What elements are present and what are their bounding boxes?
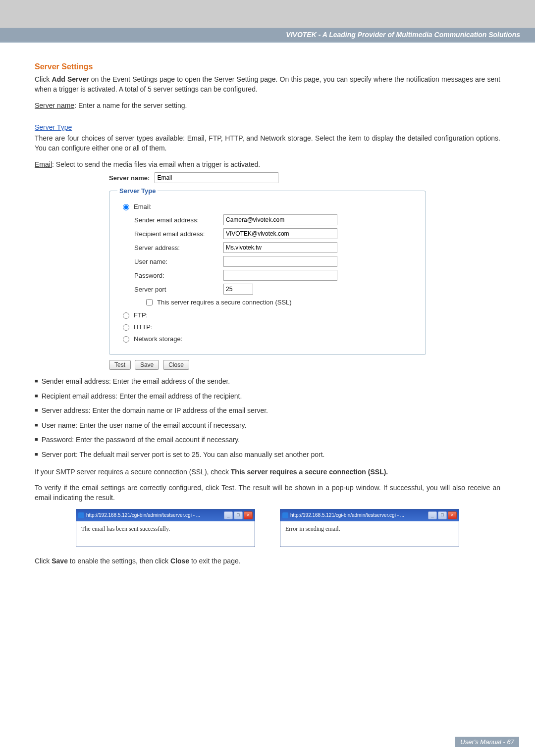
header-bar: VIVOTEK - A Leading Provider of Multimed… [0, 28, 535, 43]
server-type-legend: Server Type [117, 187, 158, 195]
recipient-input[interactable] [223, 228, 337, 239]
bullet-server-addr: Server address: Enter the domain name or… [35, 406, 500, 416]
server-name-label: Server name [35, 101, 74, 109]
server-name-input[interactable] [155, 172, 278, 183]
bullet-sender: Sender email address: Enter the email ad… [35, 377, 500, 387]
ie-icon [78, 512, 84, 518]
http-radio-row: HTTP: [120, 323, 418, 331]
popup-title-text: http://192.168.5.121/cgi-bin/admin/tests… [86, 512, 222, 518]
port-label: Server port [134, 286, 223, 293]
username-input[interactable] [223, 256, 337, 267]
ssl-note: If your SMTP server requires a secure co… [35, 467, 500, 477]
ssl-label: This server requires a secure connection… [157, 299, 292, 306]
save-note-save: Save [52, 557, 68, 565]
http-radio-label: HTTP: [134, 323, 153, 331]
ftp-radio-row: FTP: [120, 311, 418, 319]
popup-figures: http://192.168.5.121/cgi-bin/admin/tests… [35, 509, 500, 547]
save-note: Click Save to enable the settings, then … [35, 556, 500, 566]
sender-input[interactable] [223, 214, 337, 225]
email-line: Email: Select to send the media files vi… [35, 159, 500, 169]
server-addr-input[interactable] [223, 242, 337, 253]
email-radio-row: Email: [120, 202, 418, 210]
intro-paragraph: Click Add Server on the Event Settings p… [35, 74, 500, 95]
close-button[interactable]: Close [163, 360, 189, 370]
test-button[interactable]: Test [109, 360, 131, 370]
ns-radio-label: Network storage: [134, 335, 182, 343]
ssl-note-bold: This server requires a secure connection… [231, 468, 388, 476]
email-heading: Email [35, 160, 52, 168]
save-note-close: Close [170, 557, 189, 565]
server-type-heading: Server Type [35, 123, 72, 131]
sender-label: Sender email address: [134, 216, 223, 224]
header-tagline: VIVOTEK - A Leading Provider of Multimed… [286, 31, 520, 39]
server-addr-label: Server address: [134, 244, 223, 252]
bullet-username: User name: Enter the user name of the em… [35, 421, 500, 431]
field-description-list: Sender email address: Enter the email ad… [35, 377, 500, 460]
ssl-note-prefix: If your SMTP server requires a secure co… [35, 468, 231, 476]
bullet-port: Server port: The defualt mail server por… [35, 450, 500, 460]
close-icon[interactable]: × [448, 511, 457, 519]
ssl-checkbox[interactable] [146, 299, 153, 305]
server-name-line: Server name: Enter a name for the server… [35, 101, 500, 110]
save-note-mid: to enable the settings, then click [68, 557, 170, 565]
popup-error-body: Error in sending email. [280, 521, 459, 547]
popup-success: http://192.168.5.121/cgi-bin/admin/tests… [76, 509, 255, 547]
top-margin [0, 0, 535, 28]
server-name-form-label: Server name: [109, 174, 150, 182]
ie-icon [282, 512, 288, 518]
popup-error: http://192.168.5.121/cgi-bin/admin/tests… [280, 509, 459, 547]
bullet-recipient: Recipient email address: Enter the email… [35, 392, 500, 402]
server-form-figure: Server name: Server Type Email: Sender e… [109, 172, 426, 370]
save-note-suffix: to exit the page. [189, 557, 241, 565]
save-button[interactable]: Save [135, 360, 159, 370]
server-type-intro: There are four choices of server types a… [35, 133, 500, 153]
maximize-icon[interactable]: □ [234, 511, 243, 519]
password-input[interactable] [223, 270, 337, 281]
minimize-icon[interactable]: _ [224, 511, 233, 519]
minimize-icon[interactable]: _ [428, 511, 437, 519]
http-radio[interactable] [123, 324, 129, 331]
close-icon[interactable]: × [244, 511, 253, 519]
password-label: Password: [134, 272, 223, 279]
page-footer: User's Manual - 67 [455, 737, 519, 747]
port-input[interactable] [223, 284, 253, 295]
username-label: User name: [134, 258, 223, 265]
server-name-desc: : Enter a name for the server setting. [74, 101, 187, 109]
ns-radio-row: Network storage: [120, 335, 418, 343]
save-note-prefix: Click [35, 557, 52, 565]
recipient-label: Recipient email address: [134, 230, 223, 238]
bullet-password: Password: Enter the password of the emai… [35, 435, 500, 445]
ftp-radio[interactable] [123, 312, 129, 319]
ns-radio[interactable] [123, 336, 129, 343]
maximize-icon[interactable]: □ [438, 511, 447, 519]
section-title: Server Settings [35, 62, 500, 71]
ftp-radio-label: FTP: [134, 311, 148, 319]
popup-success-body: The email has been sent successfully. [76, 521, 255, 547]
popup-title-text: http://192.168.5.121/cgi-bin/admin/tests… [290, 512, 426, 518]
test-note: To verify if the email settings are corr… [35, 483, 500, 503]
email-radio[interactable] [123, 204, 129, 210]
email-desc: : Select to send the media files via ema… [52, 160, 260, 168]
email-radio-label: Email: [134, 203, 152, 210]
